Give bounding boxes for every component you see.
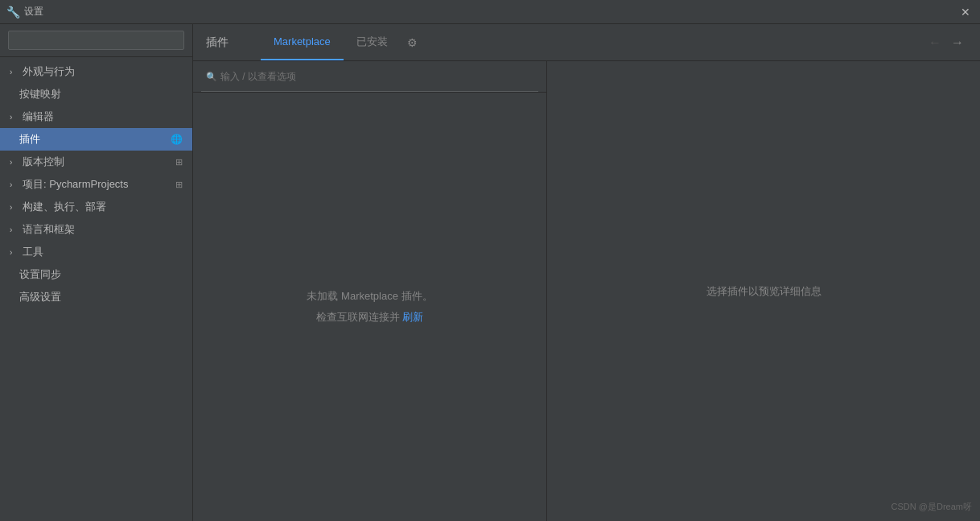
settings-gear-button[interactable]: ⚙ — [407, 24, 418, 60]
grid-icon: ⊞ — [175, 180, 183, 190]
grid-icon: ⊞ — [175, 157, 183, 167]
sidebar-items-list: › 外观与行为 按键映射 › 编辑器 插件 🌐 › 版本控制 ⊞ — [0, 57, 192, 521]
chevron-icon: › — [10, 203, 19, 212]
sidebar: 🔍 › 外观与行为 按键映射 › 编辑器 插件 🌐 — [0, 24, 193, 521]
sidebar-item-keymap[interactable]: 按键映射 — [0, 83, 192, 105]
chevron-icon: › — [10, 180, 19, 189]
sidebar-item-label: 语言和框架 — [23, 222, 183, 237]
content-title: 插件 — [206, 35, 229, 50]
plugin-content: 🔍 未加载 Marketplace 插件。 检查互联网连接并 刷新 选择插件以预… — [193, 61, 980, 521]
sidebar-item-label: 编辑器 — [23, 110, 183, 124]
plugin-search-bar: 🔍 — [193, 61, 546, 93]
sidebar-item-label: 插件 — [19, 132, 167, 147]
back-button[interactable]: ← — [925, 33, 945, 52]
empty-line2: 检查互联网连接并 刷新 — [316, 310, 424, 325]
sidebar-item-project[interactable]: › 项目: PycharmProjects ⊞ — [0, 173, 192, 196]
detail-placeholder-text: 选择插件以预览详细信息 — [706, 284, 821, 299]
sidebar-item-label: 工具 — [23, 245, 183, 259]
title-bar-text: 设置 — [24, 5, 43, 19]
chevron-icon: › — [10, 113, 19, 122]
plugin-list-panel: 🔍 未加载 Marketplace 插件。 检查互联网连接并 刷新 — [193, 61, 547, 521]
sidebar-item-label: 外观与行为 — [23, 64, 183, 79]
sidebar-item-vcs[interactable]: › 版本控制 ⊞ — [0, 151, 192, 173]
content-header: 插件 Marketplace 已安装 ⚙ ← → — [193, 24, 980, 61]
sidebar-item-label: 设置同步 — [19, 267, 183, 282]
tab-installed[interactable]: 已安装 — [344, 24, 401, 60]
sidebar-item-label: 版本控制 — [23, 155, 172, 169]
tab-bar: Marketplace 已安装 ⚙ ← → — [261, 24, 967, 60]
chevron-icon: › — [10, 158, 19, 167]
tab-installed-label: 已安装 — [356, 35, 388, 49]
sidebar-item-label: 高级设置 — [19, 290, 183, 304]
forward-button[interactable]: → — [948, 33, 967, 52]
plugin-empty-state: 未加载 Marketplace 插件。 检查互联网连接并 刷新 — [193, 93, 546, 521]
tab-marketplace[interactable]: Marketplace — [261, 24, 344, 60]
chevron-icon: › — [10, 68, 19, 76]
sidebar-item-plugins[interactable]: 插件 🌐 — [0, 128, 192, 151]
chevron-icon: › — [10, 248, 19, 257]
refresh-link[interactable]: 刷新 — [402, 311, 423, 323]
gear-icon: ⚙ — [407, 36, 418, 49]
sidebar-search-area: 🔍 — [0, 24, 192, 57]
chevron-icon: › — [10, 225, 19, 234]
empty-prefix: 检查互联网连接并 — [316, 311, 403, 323]
plugin-detail-panel: 选择插件以预览详细信息 — [547, 61, 980, 521]
title-bar: 🔧 设置 ✕ — [0, 0, 980, 24]
sidebar-item-label: 构建、执行、部署 — [23, 200, 183, 214]
sidebar-search-input[interactable] — [8, 31, 184, 50]
sidebar-item-label: 项目: PycharmProjects — [23, 177, 172, 192]
sidebar-item-lang[interactable]: › 语言和框架 — [0, 218, 192, 241]
main-layout: 🔍 › 外观与行为 按键映射 › 编辑器 插件 🌐 — [0, 24, 980, 521]
plugin-search-input[interactable] — [201, 68, 538, 85]
globe-icon: 🌐 — [171, 134, 183, 145]
tab-marketplace-label: Marketplace — [274, 35, 331, 48]
sidebar-item-label: 按键映射 — [19, 87, 183, 101]
content-area: 插件 Marketplace 已安装 ⚙ ← → — [193, 24, 980, 521]
close-button[interactable]: ✕ — [957, 4, 974, 20]
empty-line1: 未加载 Marketplace 插件。 — [307, 289, 432, 304]
sidebar-item-appearance[interactable]: › 外观与行为 — [0, 60, 192, 83]
sidebar-item-tools[interactable]: › 工具 — [0, 241, 192, 263]
sidebar-item-advanced[interactable]: 高级设置 — [0, 286, 192, 308]
navigation-arrows: ← → — [925, 24, 967, 60]
sidebar-item-editor[interactable]: › 编辑器 — [0, 105, 192, 128]
sidebar-item-sync[interactable]: 设置同步 — [0, 263, 192, 286]
sidebar-item-build[interactable]: › 构建、执行、部署 — [0, 196, 192, 218]
app-icon: 🔧 — [6, 6, 19, 19]
